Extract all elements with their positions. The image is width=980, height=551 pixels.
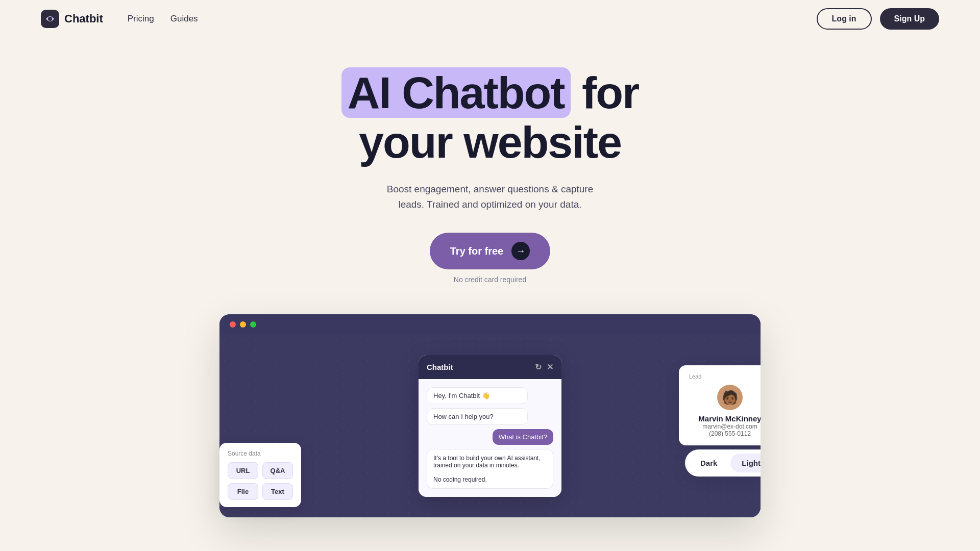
dark-light-toggle: Dark Light bbox=[685, 449, 761, 477]
chat-bot-help: How can I help you? bbox=[427, 408, 528, 425]
source-data-card: Source data URL Q&A File Text bbox=[219, 443, 301, 507]
nav-pricing[interactable]: Pricing bbox=[128, 14, 154, 24]
try-free-button[interactable]: Try for free → bbox=[430, 233, 550, 269]
chatbot-body: Hey, I'm Chatbit 👋 How can I help you? W… bbox=[419, 379, 561, 497]
login-button[interactable]: Log in bbox=[817, 8, 872, 30]
browser-bar bbox=[219, 314, 761, 335]
hero-title: AI Chatbot for your website bbox=[10, 68, 970, 167]
refresh-icon[interactable]: ↻ bbox=[535, 362, 542, 372]
hero-subtitle: Boost engagement, answer questions & cap… bbox=[10, 182, 970, 213]
browser-dot-yellow bbox=[240, 321, 246, 328]
nav-left: Chatbit Pricing Guides bbox=[41, 10, 198, 28]
lead-avatar: 🧑🏾 bbox=[717, 385, 743, 410]
try-free-label: Try for free bbox=[450, 245, 503, 257]
nav-links: Pricing Guides bbox=[128, 14, 198, 24]
source-tag-text: Text bbox=[262, 483, 293, 500]
lead-phone: (208) 555-0112 bbox=[689, 430, 761, 437]
lead-label: Lead bbox=[689, 373, 761, 380]
logo-icon bbox=[41, 10, 59, 28]
chatbot-header-icons: ↻ ✕ bbox=[535, 362, 553, 372]
logo[interactable]: Chatbit bbox=[41, 10, 103, 28]
hero-title-line2: your website bbox=[359, 117, 621, 167]
source-tag-qa: Q&A bbox=[262, 462, 293, 479]
hero-section: AI Chatbot for your website Boost engage… bbox=[0, 38, 980, 284]
light-mode-button[interactable]: Light bbox=[730, 454, 761, 472]
lead-email: marvin@ex-dot.com bbox=[689, 423, 761, 430]
chatbot-header: Chatbit ↻ ✕ bbox=[419, 355, 561, 379]
chatbot-title: Chatbit bbox=[427, 363, 453, 371]
svg-point-1 bbox=[48, 17, 52, 21]
lead-card: Lead 🧑🏾 Marvin McKinney marvin@ex-dot.co… bbox=[679, 365, 761, 445]
chat-bot-answer: It's a tool to build your own AI assista… bbox=[427, 449, 553, 489]
hero-cta: Try for free → No credit card required bbox=[10, 233, 970, 284]
browser-dot-green bbox=[250, 321, 256, 328]
close-icon[interactable]: ✕ bbox=[547, 362, 553, 372]
hero-title-for: for bbox=[571, 67, 639, 118]
source-tag-url: URL bbox=[228, 462, 258, 479]
logo-text: Chatbit bbox=[64, 12, 103, 26]
arrow-right-icon: → bbox=[511, 242, 530, 260]
hero-title-highlight: AI Chatbot bbox=[341, 67, 571, 118]
lead-name: Marvin McKinney bbox=[689, 414, 761, 423]
nav-right: Log in Sign Up bbox=[817, 8, 939, 30]
chat-bot-greeting: Hey, I'm Chatbit 👋 bbox=[427, 387, 528, 404]
browser-dot-red bbox=[230, 321, 236, 328]
signup-button[interactable]: Sign Up bbox=[880, 8, 939, 30]
chat-user-question: What is Chatbit? bbox=[493, 429, 553, 445]
demo-container: Primary color #FFFFFF Chatbit ↻ ✕ bbox=[209, 314, 771, 517]
source-tag-file: File bbox=[228, 483, 258, 500]
source-tags-grid: URL Q&A File Text bbox=[228, 462, 293, 500]
chatbot-widget: Chatbit ↻ ✕ Hey, I'm Chatbit 👋 How can I… bbox=[419, 355, 561, 497]
nav-guides[interactable]: Guides bbox=[170, 14, 198, 24]
source-data-label: Source data bbox=[228, 450, 293, 457]
no-credit-card-text: No credit card required bbox=[454, 276, 526, 284]
dark-mode-button[interactable]: Dark bbox=[689, 454, 728, 472]
